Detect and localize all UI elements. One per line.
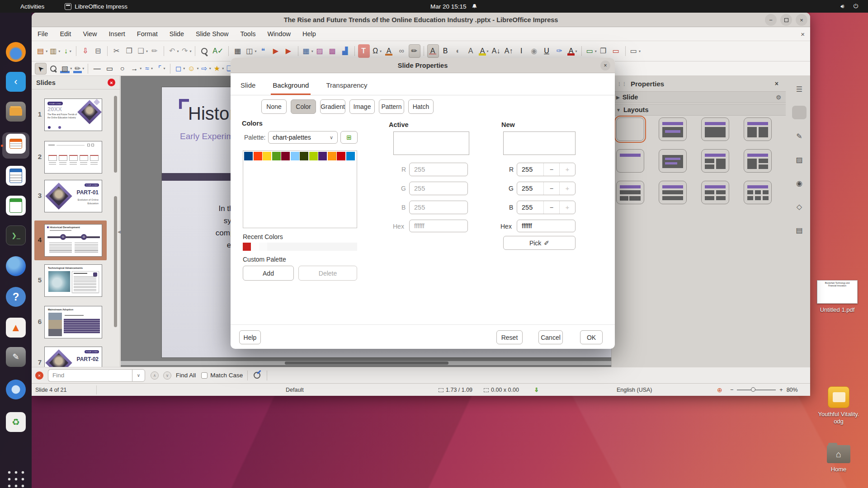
find-previous-button[interactable]: ∧ xyxy=(151,371,159,380)
toggle-case-icon[interactable]: ◉ xyxy=(528,44,540,58)
help-icon[interactable]: ? xyxy=(6,287,26,307)
slide-thumbnail-3[interactable]: YOUR LOGO PART-01 Evolution of Online Ed… xyxy=(44,180,102,212)
insert-chart-icon[interactable]: ▟ xyxy=(340,44,351,58)
ok-button[interactable]: OK xyxy=(580,330,603,344)
bold-icon[interactable]: B xyxy=(440,44,452,58)
active-red-field[interactable]: 255 xyxy=(409,163,468,176)
slides-scrollbar[interactable] xyxy=(114,92,117,363)
active-blue-field[interactable]: 255 xyxy=(409,201,468,214)
slide-count-status[interactable]: Slide 4 of 21 xyxy=(35,384,67,396)
fill-type-button[interactable]: Pattern xyxy=(379,99,404,114)
decrement-button[interactable]: − xyxy=(543,182,559,195)
horizontal-scrollbar[interactable] xyxy=(121,361,643,365)
properties-close-icon[interactable]: × xyxy=(775,80,778,87)
new-blue-stepper[interactable]: 255 − + xyxy=(517,201,576,214)
save-icon[interactable]: ↓▾ xyxy=(61,44,73,58)
gallery-tab-icon[interactable]: ▨ xyxy=(792,153,807,166)
volume-icon[interactable]: 🔊︎ xyxy=(841,3,844,10)
navigator-tab-icon[interactable]: ◉ xyxy=(792,176,807,190)
find-replace-dialog-icon[interactable] xyxy=(252,371,262,380)
new-document-icon[interactable]: ▤▾ xyxy=(36,44,47,58)
color-swatch[interactable] xyxy=(272,152,281,160)
export-pdf-icon[interactable]: ⇩ xyxy=(80,44,91,58)
color-swatch[interactable] xyxy=(281,152,290,160)
panel-collapse-arrow[interactable]: ◀ xyxy=(118,230,121,234)
dialog-titlebar[interactable]: Slide Properties xyxy=(231,58,615,73)
toolbar-button[interactable] xyxy=(581,46,582,56)
layout-four-content[interactable] xyxy=(701,181,729,204)
insert-table-icon[interactable]: ▦▾ xyxy=(302,44,313,58)
vscode-icon[interactable]: ‹ xyxy=(6,72,26,92)
close-button[interactable]: × xyxy=(796,14,807,26)
slide-thumbnail-7[interactable]: YOUR LOGO PART-02 xyxy=(44,347,102,367)
master-slides-tab-icon[interactable]: ▤ xyxy=(792,223,807,237)
select-arrow-icon[interactable]: ➤ xyxy=(35,63,47,75)
undo-icon[interactable]: ↶▾ xyxy=(167,44,179,58)
properties-tab-icon[interactable] xyxy=(792,106,807,119)
menu-item[interactable]: Help xyxy=(297,30,322,38)
underline-icon[interactable]: U xyxy=(541,44,553,58)
minimize-button[interactable]: − xyxy=(765,14,777,26)
special-character-icon[interactable]: Ω▾ xyxy=(371,44,382,58)
add-color-palette-button[interactable]: ⊞ xyxy=(340,131,358,144)
active-green-field[interactable]: 255 xyxy=(409,182,468,195)
slide-thumbnail-4[interactable]: Historical Development 01 02 xyxy=(44,224,102,257)
zoom-percent[interactable]: 80% xyxy=(787,387,798,393)
italic-icon[interactable]: I xyxy=(516,44,528,58)
color-swatch[interactable] xyxy=(309,152,318,160)
desktop-icon-youthful-odg[interactable]: Youthful Vitality.odg xyxy=(814,386,863,425)
basic-shapes-icon[interactable]: ◻▾ xyxy=(174,63,185,75)
slide-thumbnail-1[interactable]: YOUR LOGO 20XX The Rise and Future Trend… xyxy=(44,99,102,131)
menu-item[interactable]: Window xyxy=(261,30,297,38)
recent-color-swatch[interactable] xyxy=(251,243,259,251)
toolbar-button[interactable] xyxy=(424,46,424,56)
toolbar-button[interactable] xyxy=(76,46,76,56)
hyperlink-icon[interactable]: ∞ xyxy=(396,44,408,58)
color-swatch[interactable] xyxy=(300,152,308,160)
grow-font-icon[interactable]: A↑ xyxy=(503,44,515,58)
menu-item[interactable]: File xyxy=(32,30,54,38)
insert-image-icon[interactable]: ▨ xyxy=(314,44,326,58)
layout-centered-text[interactable] xyxy=(659,149,687,173)
color-picker-icon[interactable]: ✑ xyxy=(554,44,566,58)
fill-type-button[interactable]: Image xyxy=(349,99,375,114)
auto-spellcheck-icon[interactable]: A xyxy=(427,44,439,58)
new-green-stepper[interactable]: 255 − + xyxy=(517,182,576,195)
gimp-icon[interactable]: ✎ xyxy=(6,347,26,367)
redo-icon[interactable]: ↷▾ xyxy=(180,44,192,58)
toolbar-button[interactable] xyxy=(625,46,626,56)
save-status-icon[interactable]: ⇩ xyxy=(534,384,539,396)
menu-item[interactable]: Slide Show xyxy=(190,30,235,38)
arrow-shapes-icon[interactable]: ⇨▾ xyxy=(200,63,212,75)
impress-icon[interactable] xyxy=(6,134,26,154)
increment-button[interactable]: + xyxy=(559,163,575,176)
find-history-dropdown[interactable]: ∨ xyxy=(132,369,145,382)
layout-blank[interactable] xyxy=(616,117,644,141)
terminal-icon[interactable]: ❯_ xyxy=(6,225,26,245)
focused-app-menu[interactable]: LibreOffice Impress xyxy=(65,3,127,10)
layout-six-content[interactable] xyxy=(744,181,772,204)
star-shapes-icon[interactable]: ★▾ xyxy=(212,63,224,75)
power-icon[interactable]: ⏻ xyxy=(854,3,858,10)
styles-tab-icon[interactable]: ✎ xyxy=(792,129,807,143)
dialog-tab[interactable]: Slide xyxy=(239,78,257,95)
toolbar-button[interactable] xyxy=(195,46,195,56)
paste-icon[interactable]: ❑▾ xyxy=(136,44,148,58)
dialog-tab[interactable]: Transparency xyxy=(324,78,369,95)
activities-button[interactable]: Activities xyxy=(20,3,44,10)
curve-icon[interactable]: ≈▾ xyxy=(142,63,154,75)
sidebar-menu-icon[interactable]: ☰ xyxy=(792,82,807,96)
shapes-tab-icon[interactable]: ◇ xyxy=(792,200,807,213)
fill-color-icon[interactable]: ▧▾ xyxy=(60,63,72,75)
highlight-color-icon[interactable]: A▾ xyxy=(478,44,490,58)
window-titlebar[interactable]: The Rise and Future Trends of the Online… xyxy=(32,13,810,27)
slideshow-current-icon[interactable]: ▶ xyxy=(283,44,295,58)
toolbar-button[interactable] xyxy=(164,46,164,56)
color-swatch[interactable] xyxy=(346,152,355,160)
zoom-out-button[interactable]: − xyxy=(730,387,733,393)
spelling-icon[interactable]: A✓ xyxy=(211,44,225,58)
zoom-slider[interactable] xyxy=(737,389,776,390)
insert-line-icon[interactable]: — xyxy=(91,63,103,75)
clock-menu[interactable]: Mar 20 15:15 🔔︎ xyxy=(430,0,477,13)
layout-two-left-one-right[interactable] xyxy=(701,149,729,173)
